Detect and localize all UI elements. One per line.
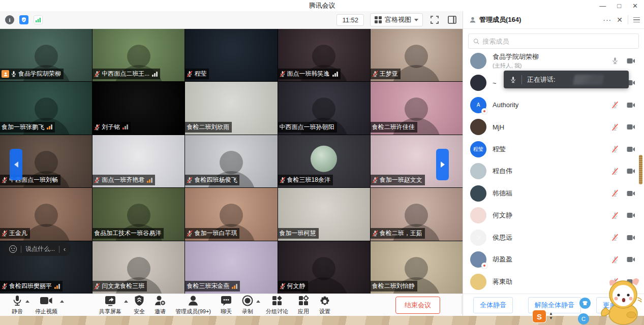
member-row[interactable]: ツ 侯思远 <box>463 226 644 249</box>
participant-silhouette <box>127 257 150 280</box>
video-tile[interactable]: 食品加工技术一班谷易洋 <box>93 188 185 240</box>
member-camera-icon[interactable] <box>627 235 635 241</box>
toolbar-item-chat[interactable]: 聊天 <box>216 295 237 315</box>
participant-name: 闫文龙食检三班 <box>102 282 144 290</box>
quick-chat-placeholder[interactable]: 说点什么... <box>25 245 55 253</box>
end-meeting-button[interactable]: 结束会议 <box>395 297 440 314</box>
member-mic-muted-icon[interactable] <box>611 168 619 175</box>
member-search-input[interactable] <box>482 38 634 45</box>
quick-chat-bar[interactable]: 说点什么... ‹ <box>4 242 71 256</box>
member-row[interactable]: 韩德福 <box>463 182 644 205</box>
toolbar-item-mic[interactable]: 静音 <box>7 295 27 315</box>
video-tile[interactable]: 王金凡 <box>0 188 92 240</box>
share-screen-icon <box>104 295 116 307</box>
video-tile[interactable]: 程莹 <box>185 29 277 81</box>
participant-name: 食加一班张鹏飞 <box>2 123 44 132</box>
video-grid: 食品学院胡荣柳 中西面点二班王... <box>0 29 463 294</box>
fullscreen-icon[interactable] <box>429 14 440 25</box>
tool-arrows-icon[interactable]: ▲▼ <box>549 311 553 320</box>
toolbar-item-breakout[interactable]: 分组讨论 <box>261 295 293 315</box>
toolbar-item-invite[interactable]: 邀请 <box>149 295 171 315</box>
video-tile[interactable]: 食检二班刘怡静 <box>371 241 463 294</box>
floating-c-icon[interactable]: C <box>578 313 589 324</box>
member-mic-on-icon[interactable] <box>611 57 619 64</box>
video-tile[interactable]: 食检二班，王茹 <box>371 188 463 240</box>
member-mic-muted-icon[interactable] <box>611 212 619 219</box>
video-tile[interactable]: 何文静 <box>278 241 370 294</box>
video-tile[interactable]: 食检三班宋金燕 <box>185 241 277 294</box>
video-tile[interactable]: 食加一班张鹏飞 <box>0 82 92 134</box>
toolbar-item-settings[interactable]: 设置 <box>314 295 335 315</box>
meeting-info-icon[interactable]: i <box>5 15 14 24</box>
member-camera-icon[interactable] <box>627 146 635 152</box>
chevron-up-icon[interactable] <box>25 300 29 303</box>
video-tile[interactable]: 食检四班杨俊飞 <box>185 135 277 187</box>
view-mode-button[interactable]: 宫格视图 <box>370 13 423 26</box>
member-search-box[interactable] <box>468 34 639 49</box>
shield-icon[interactable] <box>19 15 28 24</box>
toolbar-item-share-screen[interactable]: 共享屏幕 <box>95 295 126 315</box>
video-tile[interactable]: 中西面点一班孙朝阳 <box>278 82 370 134</box>
screenshot-tool-icon[interactable]: S <box>533 310 546 322</box>
member-mic-muted-icon[interactable] <box>611 256 619 264</box>
toolbar-item-apps[interactable]: 应用 <box>293 295 314 315</box>
member-camera-icon[interactable] <box>627 168 635 174</box>
video-tile[interactable]: 食检二班刘欣雨 <box>185 82 277 134</box>
member-row[interactable]: 程自伟 <box>463 160 644 183</box>
video-tile[interactable]: 食加一班柯慧 <box>278 188 370 240</box>
panel-more-icon[interactable]: ··· <box>603 16 611 24</box>
member-row[interactable]: 何文静 <box>463 205 644 227</box>
member-camera-icon[interactable] <box>627 190 635 197</box>
panel-close-icon[interactable]: ✕ <box>617 16 623 24</box>
participant-name: 面点一班韩笑逸 <box>287 70 330 78</box>
toolbar-item-record[interactable]: 录制 <box>237 295 258 315</box>
member-row[interactable]: 程莹 程莹 <box>463 138 644 160</box>
toolbar-item-camera[interactable]: 停止视频 <box>30 295 62 315</box>
next-page-arrow[interactable] <box>436 149 449 180</box>
avatar: ツ <box>470 230 486 246</box>
video-tile[interactable]: 中西面点二班王... <box>93 29 185 81</box>
member-camera-icon[interactable] <box>627 212 635 218</box>
chevron-up-icon[interactable] <box>124 300 128 303</box>
member-mic-muted-icon[interactable] <box>611 234 619 241</box>
member-mic-muted-icon[interactable] <box>611 189 619 197</box>
member-camera-icon[interactable] <box>627 58 635 64</box>
member-row[interactable]: A Authority <box>463 94 644 116</box>
video-tile[interactable]: 王梦亚 <box>371 29 463 81</box>
member-row[interactable]: MjH <box>463 116 644 139</box>
collapse-chat-icon[interactable]: ‹ <box>64 246 66 253</box>
video-tile[interactable]: 食检三班18余洋 <box>278 135 370 187</box>
close-button[interactable]: ✕ <box>632 3 638 9</box>
video-tile[interactable]: 食品学院胡荣柳 <box>0 29 92 81</box>
toolbar-item-members[interactable]: 管理成员(99+) <box>171 295 216 315</box>
member-camera-icon[interactable] <box>627 256 635 263</box>
participant-silhouette <box>127 45 150 68</box>
floating-app-icon[interactable] <box>579 298 591 309</box>
network-signal-icon[interactable] <box>34 15 43 24</box>
speaking-toast-label: 正在讲话: <box>527 75 556 84</box>
chevron-up-icon[interactable] <box>256 300 260 303</box>
maximize-button[interactable]: □ <box>617 3 621 9</box>
menu-icon[interactable] <box>633 17 640 23</box>
member-mic-muted-icon[interactable] <box>611 145 619 153</box>
mute-all-button[interactable]: 全体静音 <box>473 297 513 313</box>
toolbar-item-security-shield[interactable]: 安全 <box>129 295 149 315</box>
member-camera-icon[interactable] <box>627 102 635 108</box>
prev-page-arrow[interactable] <box>10 149 22 180</box>
chevron-up-icon[interactable] <box>60 300 64 303</box>
video-tile[interactable]: 刘子铭 <box>93 82 185 134</box>
video-tile[interactable]: 闫文龙食检三班 <box>93 241 185 294</box>
member-row[interactable]: 胡盈盈 <box>463 249 644 271</box>
video-tile[interactable]: 面点一班齐艳君 <box>93 135 185 187</box>
layout-icon[interactable] <box>446 14 457 25</box>
member-camera-icon[interactable] <box>627 124 635 130</box>
member-row[interactable]: 食品学院胡荣柳 (主持人, 我) <box>463 50 644 72</box>
panel-scrollbar[interactable] <box>639 155 642 184</box>
video-tile[interactable]: 食检二班许佳佳 <box>371 82 463 134</box>
emoji-icon[interactable] <box>9 245 17 253</box>
video-tile[interactable]: 食加一班白芊琪 <box>185 188 277 240</box>
member-mic-muted-icon[interactable] <box>611 101 619 109</box>
member-mic-muted-icon[interactable] <box>611 123 619 131</box>
minimize-button[interactable]: — <box>599 3 606 9</box>
video-tile[interactable]: 面点一班韩笑逸 <box>278 29 370 81</box>
